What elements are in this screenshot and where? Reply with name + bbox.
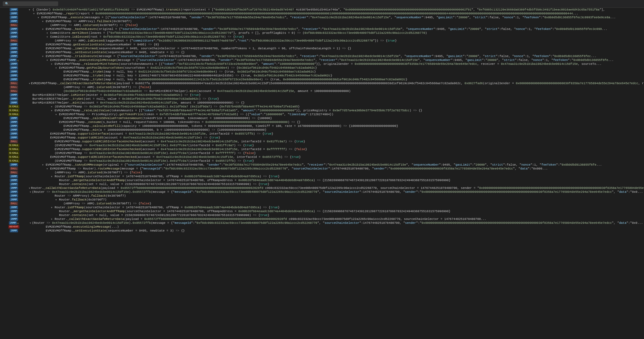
code-line: BurnMintERC677Helper._tryGet(set = null,… bbox=[28, 97, 644, 101]
gutter-row: S:CALL bbox=[0, 143, 28, 147]
line-content: (EVM2EVMOffRamp => 0x38d1ef9619cd40cf548… bbox=[55, 105, 300, 109]
code-area[interactable]: { {Sender} 0x9e587c646d4f4e46b71a02179fa… bbox=[28, 8, 644, 339]
expand-arrow-open[interactable] bbox=[30, 190, 31, 194]
line-content: (EVM2EVMOffRamp => 0x47eaa31c9e2b1b1ba19… bbox=[55, 159, 254, 163]
line-content: EVM2EVMOffRamp._report(report = 0x000000… bbox=[37, 12, 578, 16]
gutter-row: JUMP bbox=[0, 35, 28, 39]
gutter-row: JUMP bbox=[0, 47, 28, 50]
expand-arrow-open[interactable] bbox=[47, 167, 49, 171]
gutter-row: JUMP bbox=[0, 78, 28, 81]
line-content: CommitStore.merklRoot(leaves = ["0xf8dc0… bbox=[50, 31, 427, 35]
gutter-row: JUMP⚠ bbox=[0, 221, 28, 225]
expand-arrow-open[interactable] bbox=[33, 12, 36, 16]
gutter-row: S:CALL bbox=[0, 109, 28, 112]
badge-jump: JUMP bbox=[10, 74, 18, 77]
expand-arrow-open[interactable] bbox=[29, 81, 30, 86]
search-box[interactable]: 🔍 bbox=[3, 1, 58, 6]
expand-arrow-open[interactable] bbox=[51, 109, 54, 113]
gutter-row: JUMP bbox=[0, 70, 28, 74]
expand-arrow-open[interactable] bbox=[51, 62, 54, 66]
expand-arrow-open[interactable] bbox=[47, 31, 49, 35]
line-content: EVM2EVMOffRamp._hashedLeaves(original = … bbox=[46, 27, 607, 31]
gutter-row: JUMP⚠ bbox=[0, 58, 28, 62]
expand-arrow-open[interactable] bbox=[42, 54, 45, 58]
badge-jump: JUMP bbox=[10, 198, 18, 201]
badge-jump: JUMP bbox=[10, 214, 18, 217]
code-line: (0x38d1ef9619cd40cf5482c045660ae7c82ada0… bbox=[28, 89, 644, 93]
code-line: EVM2EVMOffRamp._setExecutionState(sequen… bbox=[28, 229, 644, 233]
badge-jump: JUMP bbox=[10, 97, 18, 101]
line-content: Router.isOffRamp(sourceChainSelector = 1… bbox=[55, 206, 280, 209]
gutter-row: JUMP bbox=[0, 97, 28, 101]
gutter-row: JUMP bbox=[0, 174, 28, 178]
line-content: (ARMProxy => ARM).isBlessed(taggedRoot =… bbox=[55, 39, 397, 43]
badge-jump: JUMP bbox=[10, 190, 18, 194]
gutter-row: CALL bbox=[0, 39, 28, 43]
code-line: EVM2EVMOffRamp.getExecutionState(sequenc… bbox=[28, 43, 644, 47]
expand-arrow-open[interactable] bbox=[47, 35, 49, 39]
line-content: EVM2EVMOffRamp._callWithExactGasSafeRetu… bbox=[31, 81, 644, 85]
expand-arrow-open[interactable] bbox=[51, 174, 54, 179]
gutter-row: REVERT bbox=[0, 225, 28, 229]
top-bar: 🔍 bbox=[0, 0, 644, 8]
expand-arrow-open[interactable] bbox=[51, 206, 54, 210]
badge-jump: JUMP bbox=[9, 58, 17, 62]
expand-arrow-open[interactable] bbox=[55, 198, 58, 202]
line-content: EVM2EVMOffRamp._calculateRefill(capacity… bbox=[63, 124, 398, 128]
main-container: JUMPJUMPJUMPJUMPCALLJUMPJUMPJUMPCALLJUMP… bbox=[0, 8, 644, 339]
code-line: Router.contains(set = null, value = 2158… bbox=[28, 182, 644, 186]
line-content: EVM2EVMOffRamp._tryGet(map = null, key =… bbox=[63, 78, 407, 81]
code-line: (EVM2EVMOffRamp => 0x47eaa31c9e2b1b1ba19… bbox=[28, 143, 644, 147]
line-content: EVM2EVMOffRamp._setExecutionState(sequen… bbox=[46, 50, 185, 54]
code-line: EVM2EVMOffRamp._isWellFormed(sequenceNum… bbox=[28, 47, 644, 50]
gutter-row: CALL bbox=[0, 140, 28, 143]
code-line: Router.isOffRamp(sourceChainSelector = 1… bbox=[28, 174, 644, 178]
gutter-row: CALL bbox=[0, 167, 28, 171]
code-line: EVM2EVMOffRamp._rateLimitValue(tokenAmou… bbox=[28, 109, 644, 112]
line-content: EVM2EVMOffRamp._trialExecute(message = {… bbox=[46, 54, 596, 58]
line-content: EVM2EVMOffRamp => ARMProxy).fallback(0x3… bbox=[46, 19, 132, 23]
code-line: EVM2EVMOffRamp.getPoolBySourceToken(sour… bbox=[28, 66, 644, 70]
badge-s-call: S:CALL bbox=[8, 159, 19, 163]
gutter-row: JUMP bbox=[0, 12, 28, 16]
gutter-row: JUMP bbox=[0, 229, 28, 233]
code-line: EVM2EVMOffRamp => PriceRegistry).getToke… bbox=[28, 112, 644, 116]
badge-revert: REVERT bbox=[8, 225, 19, 228]
gutter-row: S:CALL bbox=[0, 147, 28, 151]
line-content: Router.fallback(0x39796f7) bbox=[59, 198, 107, 202]
gutter-row: JUMP bbox=[0, 209, 28, 213]
gutter-row: JUMP bbox=[0, 206, 28, 209]
expand-arrow-open[interactable] bbox=[55, 112, 58, 117]
line-content: EVM2EVMOffRamp._setExecutionState(sequen… bbox=[46, 229, 185, 233]
expand-arrow-open[interactable] bbox=[51, 105, 54, 109]
line-content: EVM2EVMOffRamp.supportsERC165InterfaceUn… bbox=[55, 147, 307, 151]
line-content: EVM2EVMOffRamp._tryGet(map = null, key =… bbox=[63, 70, 316, 74]
badge-jump: JUMP bbox=[10, 8, 18, 11]
line-content: EVM2EVMOffRamp.supportsInterface(account… bbox=[50, 132, 273, 136]
gutter-row: JUMP bbox=[0, 163, 28, 167]
expand-arrow-open[interactable] bbox=[38, 16, 40, 20]
expand-arrow-open[interactable] bbox=[29, 186, 30, 190]
badge-s-call: S:CALL bbox=[8, 148, 19, 151]
badge-jump: JUMP bbox=[10, 179, 18, 182]
expand-arrow-open[interactable] bbox=[42, 19, 45, 24]
gutter-row: JUMP bbox=[0, 198, 28, 202]
expand-arrow-open[interactable] bbox=[55, 66, 58, 70]
gutter-row: JUMP bbox=[0, 66, 28, 70]
line-content: Router._callWithExactGasSafeReturnData(p… bbox=[55, 217, 486, 221]
line-content: EVM2EVMOffRamp.getExecutionState(sequenc… bbox=[46, 43, 159, 47]
expand-arrow-open[interactable] bbox=[47, 58, 49, 62]
line-content: (ARMProxy => ARM).isCursed(0x39796f7) =>… bbox=[50, 23, 138, 27]
line-content: Router._mergeChainSelectorAndOffRamp(sou… bbox=[59, 178, 451, 182]
gutter-row: JUMP bbox=[0, 136, 28, 140]
expand-arrow-open[interactable] bbox=[29, 8, 32, 12]
line-content: (EVM2EVMOffRamp => 0x47eaa31c9e2b1b1ba19… bbox=[55, 143, 254, 147]
expand-arrow-open[interactable] bbox=[30, 221, 31, 225]
line-content: EVM2EVMOffRamp._isWellFormed(sequenceNum… bbox=[46, 47, 351, 50]
expand-arrow-open[interactable] bbox=[42, 163, 45, 167]
code-line: Router.fallback(0x39796f7) bbox=[28, 198, 644, 202]
expand-arrow-open[interactable] bbox=[51, 217, 54, 221]
expand-arrow-open[interactable] bbox=[42, 27, 45, 31]
code-line: EVM2EVMOffRamp._setExecutionState(sequen… bbox=[28, 50, 644, 54]
code-line: EVM2EVMOffRamp._trialExecute(message = {… bbox=[28, 54, 644, 58]
